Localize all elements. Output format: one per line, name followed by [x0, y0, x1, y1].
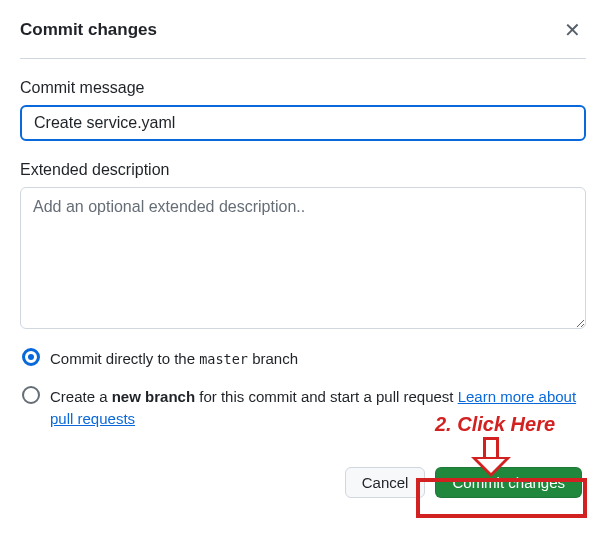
- commit-message-input[interactable]: [20, 105, 586, 141]
- close-button[interactable]: ✕: [558, 16, 586, 44]
- newbranch-prefix: Create a: [50, 388, 112, 405]
- close-icon: ✕: [564, 18, 581, 42]
- dialog-title: Commit changes: [20, 20, 157, 40]
- newbranch-suffix: for this commit and start a pull request: [195, 388, 458, 405]
- commit-message-label: Commit message: [20, 79, 586, 97]
- commit-dialog: Commit changes ✕ Commit message Extended…: [0, 0, 606, 514]
- branch-name: master: [199, 351, 248, 367]
- commit-newbranch-radio[interactable]: [22, 386, 40, 404]
- commit-newbranch-option[interactable]: Create a new branch for this commit and …: [20, 386, 586, 430]
- direct-suffix: branch: [248, 350, 298, 367]
- extended-description-label: Extended description: [20, 161, 586, 179]
- commit-changes-button[interactable]: Commit changes: [435, 467, 582, 498]
- extended-description-input[interactable]: [20, 187, 586, 329]
- commit-message-section: Commit message: [20, 79, 586, 141]
- dialog-header: Commit changes ✕: [20, 16, 586, 59]
- extended-description-section: Extended description: [20, 161, 586, 332]
- newbranch-bold: new branch: [112, 388, 195, 405]
- commit-direct-option[interactable]: Commit directly to the master branch: [20, 348, 586, 370]
- direct-prefix: Commit directly to the: [50, 350, 199, 367]
- dialog-footer: Cancel Commit changes: [20, 467, 586, 498]
- commit-newbranch-label: Create a new branch for this commit and …: [50, 386, 586, 430]
- commit-direct-label: Commit directly to the master branch: [50, 348, 298, 370]
- cancel-button[interactable]: Cancel: [345, 467, 426, 498]
- commit-direct-radio[interactable]: [22, 348, 40, 366]
